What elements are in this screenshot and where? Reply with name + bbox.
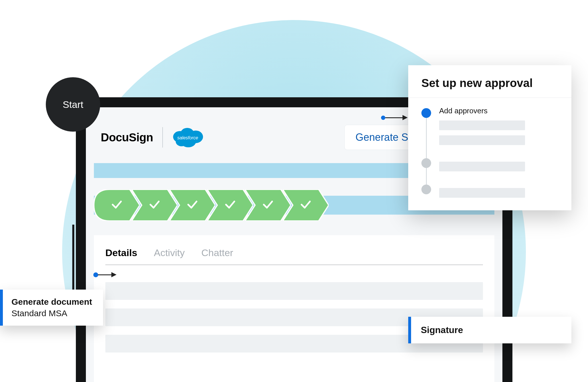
arrow-line xyxy=(98,274,111,275)
approval-step-label: Add approvers xyxy=(439,106,561,115)
callout-heading: Generate document xyxy=(11,297,94,307)
callout-generate-document: Generate document Standard MSA xyxy=(0,290,103,326)
check-icon xyxy=(299,198,312,212)
detail-row-placeholder xyxy=(105,282,483,300)
callout-subtext: Standard MSA xyxy=(11,308,94,318)
flow-arrow-to-approval xyxy=(381,115,408,120)
approval-popup: Set up new approval Add approvers xyxy=(408,65,571,210)
svg-point-4 xyxy=(176,137,187,146)
progress-steps xyxy=(94,189,329,221)
arrow-head-icon xyxy=(111,272,117,277)
flow-arrow-to-details xyxy=(93,272,117,277)
check-icon xyxy=(262,198,274,212)
arrow-dot-icon xyxy=(381,116,385,120)
logo-divider xyxy=(162,127,163,148)
check-icon xyxy=(148,198,161,212)
arrow-line xyxy=(385,117,402,118)
approver-placeholder xyxy=(439,162,525,171)
approval-step-1[interactable]: Add approvers xyxy=(421,106,561,145)
divider xyxy=(408,98,571,98)
approver-placeholder xyxy=(439,135,525,145)
docusign-logo: DocuSign xyxy=(101,131,153,144)
progress-step xyxy=(283,189,329,221)
check-icon xyxy=(111,198,123,212)
stage: DocuSign salesforce Generate Sal xyxy=(0,0,588,382)
start-badge: Start xyxy=(46,77,100,132)
arrow-dot-icon xyxy=(93,272,98,277)
tab-details[interactable]: Details xyxy=(105,247,137,260)
tab-bar: Details Activity Chatter xyxy=(105,247,483,260)
tab-activity[interactable]: Activity xyxy=(154,247,185,260)
tab-underline xyxy=(105,265,483,265)
step-bullet-icon xyxy=(421,185,431,194)
step-bullet-icon xyxy=(421,158,431,168)
check-icon xyxy=(186,198,199,212)
approval-step-3[interactable] xyxy=(421,183,561,198)
content-card: Details Activity Chatter xyxy=(94,235,494,382)
approval-step-rail xyxy=(426,114,427,193)
salesforce-logo: salesforce xyxy=(172,126,204,149)
tab-chatter[interactable]: Chatter xyxy=(201,247,233,260)
check-icon xyxy=(224,198,236,212)
callout-heading: Signature xyxy=(421,325,562,335)
approver-placeholder xyxy=(439,188,525,198)
start-label: Start xyxy=(63,99,83,110)
approver-placeholder xyxy=(439,120,525,130)
step-bullet-active-icon xyxy=(421,108,431,118)
approval-step-2[interactable] xyxy=(421,157,561,171)
approval-title: Set up new approval xyxy=(421,77,561,90)
arrow-head-icon xyxy=(402,115,408,120)
callout-signature: Signature xyxy=(408,317,571,343)
